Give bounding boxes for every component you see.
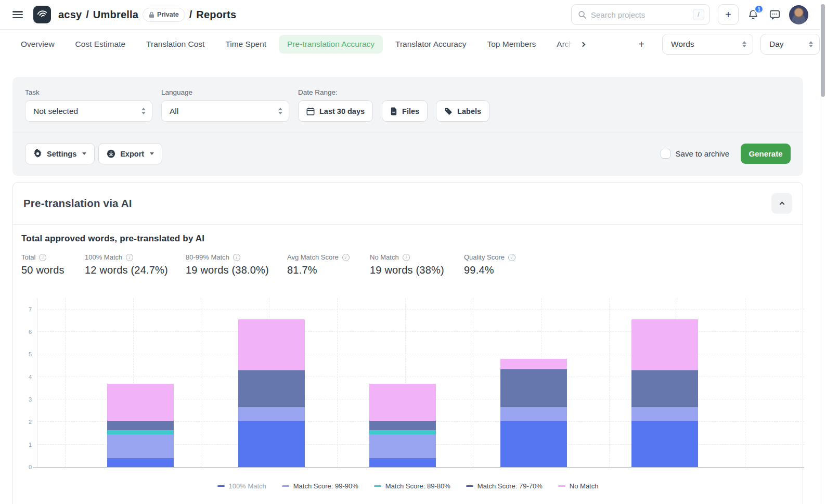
stat-label: 100% Match — [85, 253, 122, 261]
tab-translator-accuracy[interactable]: Translator Accuracy — [387, 35, 474, 54]
tabs-overflow-chevron[interactable] — [575, 37, 590, 51]
files-button-label: Files — [402, 107, 419, 115]
date-range-button[interactable]: Last 30 days — [298, 100, 373, 122]
legend-dash-icon — [282, 485, 289, 487]
search-icon — [578, 10, 587, 19]
notifications-button[interactable]: 1 — [746, 8, 760, 21]
legend-label: No Match — [570, 482, 599, 490]
collapse-card-button[interactable] — [771, 193, 792, 214]
task-select[interactable]: Not selected — [25, 100, 152, 122]
scrollbar-thumb[interactable] — [821, 4, 825, 97]
bar-segment[interactable] — [107, 384, 174, 421]
add-report-tab-button[interactable]: + — [633, 38, 650, 50]
scrollbar-track[interactable] — [820, 0, 826, 504]
save-to-archive-checkbox[interactable] — [661, 149, 670, 159]
legend-item[interactable]: No Match — [558, 482, 599, 490]
stat-label: Quality Score — [464, 253, 505, 261]
select-arrows-icon — [809, 41, 813, 48]
stat-avg-match-score: Avg Match Score 81.7% — [287, 253, 370, 276]
generate-button[interactable]: Generate — [741, 144, 791, 164]
labels-button-label: Labels — [457, 107, 481, 115]
info-icon[interactable] — [342, 254, 350, 261]
pre-translation-report-card: Pre-translation via AI Total approved wo… — [12, 182, 803, 504]
bar-segment[interactable] — [238, 370, 305, 408]
date-range-label: Date Range: — [298, 88, 489, 96]
bar-segment[interactable] — [369, 434, 436, 458]
info-icon[interactable] — [126, 254, 133, 261]
tab-pre-translation-accuracy[interactable]: Pre-translation Accuracy — [279, 35, 383, 54]
x-gridline — [745, 298, 745, 467]
files-filter-button[interactable]: Files — [382, 100, 428, 122]
caret-down-icon — [82, 152, 86, 155]
bar-segment[interactable] — [107, 434, 174, 458]
bar-segment[interactable] — [631, 407, 698, 421]
chart-plot: 01234567 — [37, 298, 804, 467]
bar-segment[interactable] — [500, 407, 567, 421]
card-title: Pre-translation via AI — [23, 197, 132, 210]
breadcrumb-org[interactable]: acsy — [58, 9, 82, 21]
tab-overview[interactable]: Overview — [12, 35, 63, 54]
tab-top-members[interactable]: Top Members — [479, 35, 544, 54]
y-tick-label: 1 — [29, 442, 32, 448]
actions-row: Settings Export Save to archive Generate — [12, 133, 803, 164]
stat-value: 19 words (38%) — [370, 264, 464, 276]
stat-total: Total 50 words — [21, 253, 85, 276]
stat-value: 50 words — [21, 264, 85, 276]
bar-segment[interactable] — [238, 407, 305, 421]
select-arrows-icon — [141, 108, 146, 114]
bar-segment[interactable] — [238, 319, 305, 370]
bar-segment[interactable] — [369, 430, 436, 435]
app-logo-icon[interactable] — [33, 6, 51, 23]
x-axis-line — [33, 467, 804, 468]
calendar-icon — [306, 107, 315, 115]
unit-select[interactable]: Words — [662, 34, 753, 55]
bar-segment[interactable] — [238, 421, 305, 467]
info-icon[interactable] — [39, 254, 46, 261]
search-input[interactable] — [591, 10, 689, 19]
bar-segment[interactable] — [107, 430, 174, 435]
tab-archive-truncated[interactable]: Arch — [548, 35, 574, 54]
bar-segment[interactable] — [500, 369, 567, 408]
info-icon[interactable] — [508, 254, 515, 261]
language-filter-label: Language — [161, 88, 298, 96]
info-icon[interactable] — [403, 254, 410, 261]
menu-icon[interactable] — [12, 11, 23, 18]
privacy-badge-label: Private — [157, 11, 179, 18]
generate-actions: Save to archive Generate — [661, 144, 791, 164]
settings-dropdown-button[interactable]: Settings — [25, 143, 95, 164]
search-projects-box[interactable]: / — [571, 4, 710, 25]
stat-label: Total — [21, 253, 35, 261]
stat-80-99-match: 80-99% Match 19 words (38.0%) — [186, 253, 287, 276]
legend-item[interactable]: Match Score: 79-70% — [466, 482, 543, 490]
report-filters-panel: Task Not selected Language All Date Rang… — [12, 77, 803, 176]
bar-segment[interactable] — [500, 421, 567, 467]
bar-segment[interactable] — [107, 421, 174, 430]
breadcrumb-project[interactable]: Umbrella — [93, 9, 138, 21]
tab-translation-cost[interactable]: Translation Cost — [138, 35, 213, 54]
y-tick-label: 7 — [29, 306, 32, 313]
legend-item[interactable]: Match Score: 89-80% — [374, 482, 450, 490]
bar-segment[interactable] — [369, 458, 436, 467]
user-avatar[interactable] — [789, 5, 808, 24]
bar-segment[interactable] — [107, 458, 174, 467]
tab-cost-estimate[interactable]: Cost Estimate — [67, 35, 134, 54]
bar-segment[interactable] — [631, 421, 698, 467]
bar-segment[interactable] — [369, 384, 436, 421]
legend-item[interactable]: 100% Match — [217, 482, 266, 490]
info-icon[interactable] — [233, 254, 240, 261]
create-project-button[interactable]: + — [718, 4, 739, 25]
legend-dash-icon — [374, 485, 381, 487]
bar-segment[interactable] — [500, 359, 567, 369]
messages-button[interactable] — [768, 8, 781, 21]
filters-row: Task Not selected Language All Date Rang… — [12, 77, 803, 122]
tab-time-spent[interactable]: Time Spent — [217, 35, 275, 54]
legend-item[interactable]: Match Score: 99-90% — [282, 482, 358, 490]
export-dropdown-button[interactable]: Export — [98, 143, 162, 164]
labels-filter-button[interactable]: Labels — [436, 100, 489, 122]
bar-segment[interactable] — [631, 370, 698, 408]
bar-segment[interactable] — [369, 421, 436, 430]
y-tick-label: 6 — [29, 329, 32, 335]
bar-segment[interactable] — [631, 319, 698, 370]
language-select[interactable]: All — [161, 100, 289, 122]
period-select[interactable]: Day — [760, 34, 820, 55]
